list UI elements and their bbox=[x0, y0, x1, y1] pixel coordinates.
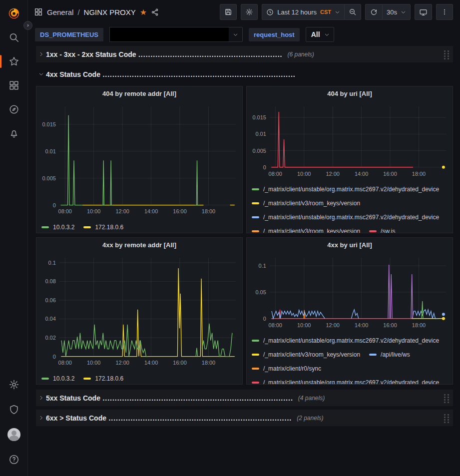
avatar-icon bbox=[7, 428, 20, 441]
legend-item[interactable]: /_matrix/client/unstable/org.matrix.msc2… bbox=[252, 210, 439, 224]
svg-text:14:00: 14:00 bbox=[144, 360, 158, 366]
sidebar-item-configuration[interactable] bbox=[4, 376, 24, 393]
sidebar-item-alerting[interactable] bbox=[4, 125, 24, 142]
search-icon[interactable] bbox=[4, 29, 24, 46]
panel-title[interactable]: 404 by uri [All] bbox=[247, 86, 453, 100]
datasource-variable-label[interactable]: DS_PROMETHEUS bbox=[35, 28, 103, 41]
legend-label: 10.0.3.2 bbox=[53, 224, 74, 231]
svg-text:08:00: 08:00 bbox=[269, 322, 282, 328]
chart-area[interactable]: 00.050.108:0010:0012:0014:0016:0018:00 bbox=[247, 252, 453, 333]
datasource-variable-select[interactable] bbox=[109, 27, 243, 42]
svg-text:0.005: 0.005 bbox=[252, 148, 266, 154]
svg-text:12:00: 12:00 bbox=[115, 360, 129, 366]
legend-label: /_matrix/client/v3/room_keys/version bbox=[263, 200, 360, 207]
kebab-menu-button[interactable] bbox=[436, 4, 453, 20]
sidebar-item-help[interactable] bbox=[4, 451, 24, 468]
legend-item[interactable]: /_matrix/client/v3/room_keys/version bbox=[252, 224, 360, 233]
legend-label: /_matrix/client/unstable/org.matrix.msc2… bbox=[263, 379, 439, 385]
svg-text:0.01: 0.01 bbox=[45, 148, 56, 154]
legend-item[interactable]: /sw.js bbox=[369, 224, 395, 233]
svg-text:16:00: 16:00 bbox=[383, 322, 397, 328]
sidebar-item-server-admin[interactable] bbox=[4, 401, 24, 418]
legend-item[interactable]: 172.18.0.6 bbox=[83, 372, 123, 385]
refresh-interval-picker[interactable]: 30s bbox=[382, 4, 411, 20]
legend-item[interactable]: /_matrix/client/unstable/org.matrix.msc2… bbox=[252, 334, 439, 348]
grafana-logo[interactable] bbox=[4, 5, 24, 22]
legend-item[interactable]: 10.0.3.2 bbox=[41, 372, 74, 385]
chevron-right-icon bbox=[36, 415, 46, 421]
svg-text:12:00: 12:00 bbox=[115, 208, 129, 214]
variable-request-host: request_host bbox=[249, 28, 300, 41]
chevron-down-icon bbox=[320, 32, 334, 37]
legend-item[interactable]: /_matrix/client/v3/room_keys/version bbox=[252, 196, 360, 210]
save-dashboard-button[interactable] bbox=[220, 4, 237, 20]
zoom-out-time-button[interactable] bbox=[344, 4, 361, 20]
legend-item[interactable]: /_matrix/client/unstable/org.matrix.msc2… bbox=[252, 182, 439, 196]
chart-area[interactable]: 00.0050.010.01508:0010:0012:0014:0016:00… bbox=[247, 100, 453, 181]
legend-label: 172.18.0.6 bbox=[95, 224, 123, 231]
request-host-variable-select[interactable]: All bbox=[306, 27, 334, 42]
panel-title[interactable]: 404 by remote addr [All] bbox=[36, 86, 242, 100]
panel-4xx-by-uri: 4xx by uri [All]00.050.108:0010:0012:001… bbox=[246, 237, 453, 385]
row-1xx-3xx-2xx[interactable]: 1xx - 3xx - 2xx Status Code ............… bbox=[36, 46, 453, 62]
request-host-variable-label[interactable]: request_host bbox=[249, 28, 300, 41]
row-title: 4xx Status Code bbox=[46, 70, 100, 78]
svg-text:16:00: 16:00 bbox=[383, 171, 397, 177]
svg-text:0: 0 bbox=[53, 354, 56, 360]
svg-text:14:00: 14:00 bbox=[355, 171, 368, 177]
sidebar-item-dashboards[interactable] bbox=[4, 77, 24, 94]
panel-title[interactable]: 4xx by remote addr [All] bbox=[36, 238, 242, 252]
row-leader-dots: ........................................… bbox=[102, 70, 295, 78]
svg-text:16:00: 16:00 bbox=[173, 360, 186, 366]
favorite-star-icon[interactable]: ★ bbox=[140, 7, 147, 17]
svg-text:18:00: 18:00 bbox=[412, 171, 426, 177]
breadcrumb-folder[interactable]: General bbox=[47, 8, 73, 16]
panel-4xx-by-remote-addr: 4xx by remote addr [All]00.020.040.060.0… bbox=[36, 237, 243, 385]
svg-text:0: 0 bbox=[53, 202, 56, 208]
share-icon[interactable] bbox=[151, 8, 159, 16]
legend-label: /_matrix/client/unstable/org.matrix.msc2… bbox=[263, 214, 439, 221]
dashboard-settings-button[interactable] bbox=[241, 4, 258, 20]
svg-text:0: 0 bbox=[263, 316, 266, 322]
sidebar-item-explore[interactable] bbox=[4, 101, 24, 118]
legend-swatch-icon bbox=[252, 368, 259, 370]
legend-swatch-icon bbox=[252, 382, 259, 384]
user-avatar[interactable] bbox=[4, 426, 24, 443]
legend-item[interactable]: /api/live/ws bbox=[369, 348, 410, 362]
breadcrumb: General / NGINX PROXY bbox=[47, 8, 136, 16]
panel-legend: 10.0.3.2172.18.0.6 bbox=[36, 371, 242, 385]
sidebar-expand-button[interactable]: › bbox=[23, 21, 32, 30]
legend-item[interactable]: /_matrix/client/r0/sync bbox=[252, 362, 321, 376]
row-panel-count: (6 panels) bbox=[287, 51, 314, 58]
svg-text:10:00: 10:00 bbox=[297, 171, 311, 177]
svg-text:18:00: 18:00 bbox=[202, 360, 215, 366]
row-drag-handle[interactable] bbox=[443, 49, 453, 59]
row-drag-handle[interactable] bbox=[443, 393, 453, 403]
legend-label: /_matrix/client/r0/sync bbox=[263, 365, 321, 372]
row-leader-dots: ........................................… bbox=[138, 50, 283, 58]
cycle-view-mode-button[interactable] bbox=[415, 4, 432, 20]
chevron-down-icon bbox=[335, 9, 340, 15]
row-title: 6xx > Status Code bbox=[46, 414, 106, 422]
refresh-dashboard-button[interactable] bbox=[365, 4, 382, 20]
sidebar-item-starred[interactable] bbox=[4, 53, 24, 70]
breadcrumb-dashboard-title[interactable]: NGINX PROXY bbox=[84, 8, 136, 16]
chart-area[interactable]: 00.020.040.060.080.108:0010:0012:0014:00… bbox=[36, 252, 242, 371]
legend-item[interactable]: /_matrix/client/v3/room_keys/version bbox=[252, 348, 360, 362]
row-drag-handle[interactable] bbox=[443, 413, 453, 423]
legend-label: /_matrix/client/unstable/org.matrix.msc2… bbox=[263, 337, 439, 344]
legend-item[interactable]: /_matrix/client/unstable/org.matrix.msc2… bbox=[252, 376, 439, 385]
time-range-picker[interactable]: Last 12 hours CST bbox=[262, 4, 344, 20]
legend-item[interactable]: 172.18.0.6 bbox=[83, 220, 123, 233]
apps-icon bbox=[34, 7, 43, 16]
row-4xx[interactable]: 4xx Status Code ........................… bbox=[36, 66, 453, 82]
chart-area[interactable]: 00.0050.010.01508:0010:0012:0014:0016:00… bbox=[36, 100, 242, 219]
row-5xx[interactable]: 5xx Status Code ........................… bbox=[36, 390, 453, 406]
legend-item[interactable]: 10.0.3.2 bbox=[41, 220, 74, 233]
svg-text:12:00: 12:00 bbox=[326, 322, 339, 328]
panel-title[interactable]: 4xx by uri [All] bbox=[247, 238, 453, 252]
svg-text:0.04: 0.04 bbox=[45, 316, 56, 322]
row-6xx[interactable]: 6xx > Status Code ......................… bbox=[36, 410, 453, 426]
main-area: General / NGINX PROXY ★ bbox=[28, 0, 460, 476]
svg-text:0: 0 bbox=[263, 164, 266, 170]
